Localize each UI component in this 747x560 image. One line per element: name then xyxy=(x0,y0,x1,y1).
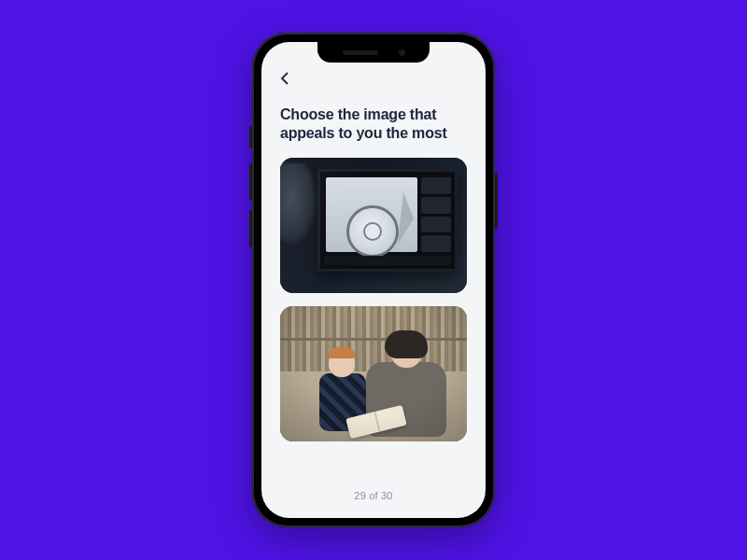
phone-volume-up-button xyxy=(249,163,252,201)
option-image xyxy=(280,306,467,441)
question-title: Choose the image that appeals to you the… xyxy=(280,105,467,143)
phone-volume-down-button xyxy=(249,210,252,247)
phone-front-camera xyxy=(399,49,405,56)
phone-power-button xyxy=(495,173,498,229)
image-options xyxy=(280,158,467,477)
chevron-left-icon xyxy=(280,72,291,89)
image-option-2[interactable] xyxy=(280,306,467,441)
phone-speaker xyxy=(343,50,378,55)
back-button[interactable] xyxy=(280,70,301,91)
phone-notch xyxy=(317,42,430,63)
phone-frame: Choose the image that appeals to you the… xyxy=(252,33,495,527)
phone-side-button xyxy=(249,126,252,148)
progress-indicator: 29 of 30 xyxy=(280,477,467,501)
app-screen: Choose the image that appeals to you the… xyxy=(261,42,486,518)
image-option-1[interactable] xyxy=(280,158,467,293)
option-image xyxy=(280,158,467,293)
